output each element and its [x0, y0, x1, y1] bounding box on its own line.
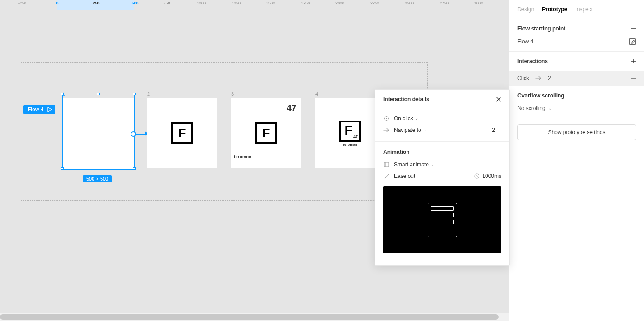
- horizontal-ruler: -250025050075010001250150017502000225025…: [0, 0, 509, 10]
- svg-point-1: [386, 118, 387, 119]
- frame-3-wrap[interactable]: 3 47 F feromon: [231, 98, 301, 168]
- duration-value: 1000ms: [482, 173, 501, 179]
- overflow-value: No scrolling: [517, 105, 546, 111]
- handle-n[interactable]: [97, 93, 100, 95]
- flow-name-value[interactable]: Flow 4: [517, 38, 629, 45]
- interaction-trigger: Click: [517, 75, 529, 81]
- clock-icon: [474, 173, 479, 179]
- minus-icon[interactable]: [631, 76, 636, 81]
- logo-letter: F: [344, 123, 352, 138]
- corner-number: 47: [287, 103, 297, 113]
- handle-ne[interactable]: [133, 93, 136, 95]
- ruler-mark: 250: [93, 0, 99, 5]
- properties-sidebar: Design Prototype Inspect Flow starting p…: [509, 0, 644, 321]
- logo-sub-text: feromon: [343, 143, 357, 146]
- frame-2[interactable]: F: [147, 98, 217, 168]
- plus-icon[interactable]: [631, 59, 636, 64]
- frame-label: 2: [147, 91, 150, 97]
- interactions-section: Interactions Click 2: [509, 52, 644, 86]
- chevron-down-icon: ⌄: [417, 174, 420, 178]
- destination-dropdown[interactable]: 2⌄: [492, 127, 501, 133]
- chevron-down-icon: ⌄: [431, 162, 434, 167]
- trigger-dropdown[interactable]: On click⌄: [375, 113, 509, 124]
- logo-letter: F: [178, 126, 186, 140]
- interaction-details-panel: Interaction details On click⌄ Navigate t…: [375, 89, 510, 266]
- tab-design[interactable]: Design: [517, 6, 534, 13]
- action-dropdown[interactable]: Navigate to⌄: [394, 127, 427, 133]
- flow-starting-tag[interactable]: Flow 4: [23, 105, 55, 114]
- tab-inspect[interactable]: Inspect: [575, 6, 593, 13]
- wordmark-text: feromon: [234, 155, 252, 159]
- ruler-mark: 2750: [440, 0, 449, 5]
- dimension-badge: 500 × 500: [83, 175, 112, 182]
- ruler-mark: 1500: [266, 0, 275, 5]
- svg-rect-2: [384, 162, 389, 167]
- interaction-target: 2: [548, 75, 631, 81]
- logo-box-icon: F 47: [339, 121, 361, 142]
- section-heading: Interactions: [517, 58, 548, 64]
- ruler-mark: 1750: [301, 0, 310, 5]
- prototype-connection-node[interactable]: [131, 131, 136, 137]
- ruler-mark: 500: [131, 0, 138, 5]
- ruler-mark: 2500: [405, 0, 414, 5]
- flow-tag-label: Flow 4: [28, 106, 43, 113]
- section-heading: Flow starting point: [517, 25, 565, 32]
- play-icon: [47, 107, 52, 112]
- action-label: Navigate to: [394, 127, 421, 133]
- section-heading: Overflow scrolling: [517, 93, 564, 99]
- close-icon[interactable]: [496, 97, 501, 102]
- preview-device-icon: [428, 203, 457, 237]
- arrow-right-icon: [535, 76, 542, 80]
- frame-2-wrap[interactable]: 2 F: [147, 98, 217, 168]
- selection-outline: [62, 94, 135, 170]
- logo-letter: F: [262, 126, 270, 140]
- logo-box-icon: F: [171, 122, 193, 144]
- handle-nw[interactable]: [61, 93, 64, 95]
- handle-se[interactable]: [133, 167, 136, 170]
- overflow-dropdown[interactable]: No scrolling ⌄: [517, 105, 636, 111]
- ruler-mark: 1250: [232, 0, 241, 5]
- easing-dropdown[interactable]: Ease out⌄: [394, 173, 420, 179]
- preview-row: [431, 220, 454, 224]
- trigger-label: On click: [394, 115, 413, 122]
- frame-label: 4: [315, 91, 318, 97]
- easing-curve-icon: [383, 173, 390, 179]
- destination-value: 2: [492, 127, 495, 133]
- animation-preview[interactable]: [383, 186, 501, 253]
- interaction-item[interactable]: Click 2: [509, 71, 644, 86]
- preview-row: [431, 213, 454, 217]
- smart-animate-icon: [383, 162, 390, 167]
- show-prototype-settings-button[interactable]: Show prototype settings: [517, 124, 636, 140]
- logo-sub-number: 47: [353, 135, 358, 139]
- ruler-mark: 2250: [370, 0, 379, 5]
- animation-heading: Animation: [375, 147, 509, 159]
- duration-input[interactable]: 1000ms: [474, 173, 501, 179]
- sidebar-tabs: Design Prototype Inspect: [509, 0, 644, 19]
- ruler-mark: 2000: [335, 0, 344, 5]
- frame-1-wrap[interactable]: 1: [63, 98, 134, 170]
- chevron-down-icon: ⌄: [498, 128, 501, 132]
- trigger-icon: [383, 116, 390, 121]
- tab-prototype[interactable]: Prototype: [542, 6, 567, 13]
- edit-icon[interactable]: [629, 38, 636, 45]
- scrollbar-thumb[interactable]: [0, 314, 499, 320]
- flow-starting-point-section: Flow starting point Flow 4: [509, 19, 644, 52]
- frame-3[interactable]: 47 F feromon: [231, 98, 301, 168]
- preview-row: [431, 206, 454, 211]
- logo-box-icon: F: [255, 122, 277, 144]
- animation-type-label: Smart animate: [394, 161, 429, 168]
- navigate-icon: [383, 128, 390, 132]
- prototype-connection-line: [136, 134, 146, 135]
- horizontal-scrollbar[interactable]: [0, 313, 509, 321]
- easing-label: Ease out: [394, 173, 415, 179]
- chevron-down-icon: ⌄: [548, 106, 552, 110]
- ruler-mark: 750: [163, 0, 170, 5]
- animation-type-dropdown[interactable]: Smart animate⌄: [375, 159, 509, 170]
- chevron-down-icon: ⌄: [415, 116, 419, 121]
- frame-label: 3: [231, 91, 234, 97]
- ruler-mark: -250: [18, 0, 26, 5]
- handle-sw[interactable]: [61, 167, 64, 170]
- overflow-scrolling-section: Overflow scrolling No scrolling ⌄: [509, 86, 644, 118]
- minus-icon[interactable]: [631, 26, 636, 31]
- ruler-mark: 3000: [474, 0, 483, 5]
